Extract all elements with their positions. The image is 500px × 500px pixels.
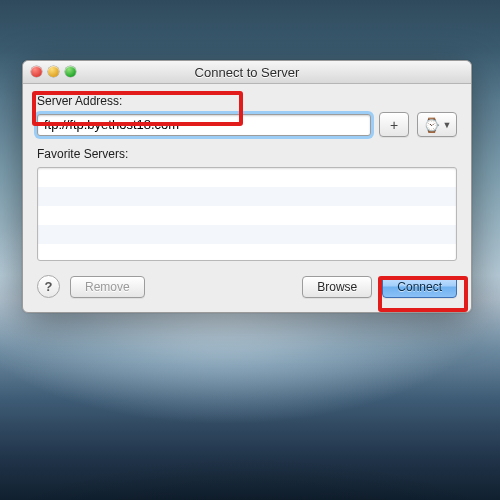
remove-button: Remove — [70, 276, 145, 298]
minimize-icon[interactable] — [48, 66, 59, 77]
server-address-input[interactable] — [37, 114, 371, 136]
desktop-wallpaper: Connect to Server Server Address: + ⌚ ▼ … — [0, 0, 500, 500]
help-button[interactable]: ? — [37, 275, 60, 298]
zoom-icon[interactable] — [65, 66, 76, 77]
chevron-down-icon: ▼ — [443, 120, 452, 130]
clock-icon: ⌚ — [423, 117, 440, 133]
server-address-label: Server Address: — [37, 94, 457, 108]
favorite-servers-list[interactable] — [37, 167, 457, 261]
dialog-footer: ? Remove Browse Connect — [37, 275, 457, 298]
add-server-button[interactable]: + — [379, 112, 409, 137]
favorite-servers-label: Favorite Servers: — [37, 147, 457, 161]
server-address-row: + ⌚ ▼ — [37, 112, 457, 137]
plus-icon: + — [390, 117, 398, 133]
connect-button[interactable]: Connect — [382, 276, 457, 298]
browse-button[interactable]: Browse — [302, 276, 372, 298]
history-menu-button[interactable]: ⌚ ▼ — [417, 112, 457, 137]
window-titlebar[interactable]: Connect to Server — [23, 61, 471, 84]
window-body: Server Address: + ⌚ ▼ Favorite Servers: … — [23, 84, 471, 312]
close-icon[interactable] — [31, 66, 42, 77]
window-traffic-lights — [31, 66, 76, 77]
help-icon: ? — [45, 279, 53, 294]
connect-to-server-window: Connect to Server Server Address: + ⌚ ▼ … — [22, 60, 472, 313]
window-title: Connect to Server — [195, 65, 300, 80]
